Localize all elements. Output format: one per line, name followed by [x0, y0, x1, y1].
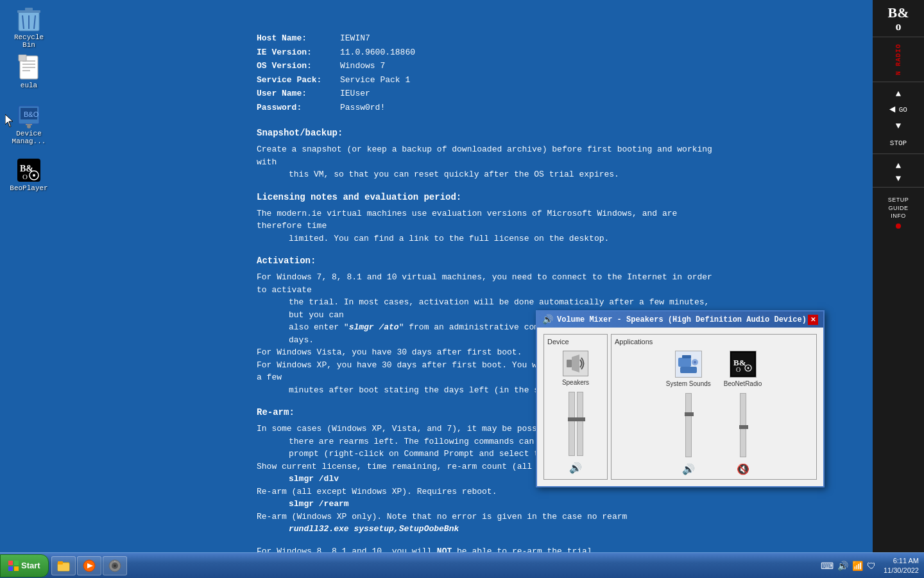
svg-point-47	[114, 561, 116, 562]
left-arrow-button[interactable]: ◄	[889, 104, 896, 116]
svg-point-46	[114, 565, 116, 567]
taskbar-file-explorer[interactable]	[51, 556, 76, 575]
tray-volume-icon[interactable]: 🔊	[837, 561, 848, 571]
system-info-table: Host Name: IEWIN7 IE Version: 11.0.9600.…	[257, 32, 712, 114]
speakers-mute-icon[interactable]: 🔊	[569, 462, 582, 475]
device-channels: Speakers 🔊	[547, 351, 604, 475]
svg-point-21	[33, 174, 35, 177]
desktop: Recycle Bin eula B&O Device Mana	[0, 0, 924, 552]
eula-icon[interactable]: eula	[6, 55, 51, 89]
svg-rect-11	[19, 55, 26, 61]
beoplayer-icon[interactable]: B& O BeoPlayer	[6, 157, 51, 192]
snapshot-body: Create a snapshot (or keep a backup of d…	[257, 143, 712, 181]
tray-network-icon[interactable]: 📶	[852, 561, 863, 571]
os-version-row: OS Version: Windows 7	[257, 60, 712, 73]
os-version-label: OS Version:	[257, 60, 340, 73]
system-sounds-name: System Sounds	[666, 380, 711, 387]
host-name-row: Host Name: IEWIN7	[257, 32, 712, 45]
taskbar-media-player[interactable]	[77, 556, 101, 575]
service-pack-value: Service Pack 1	[340, 74, 410, 87]
svg-rect-15	[26, 124, 32, 125]
bo-logo: B& o	[888, 5, 909, 33]
clock-date: 11/30/2022	[884, 566, 919, 575]
svg-text:O: O	[736, 366, 740, 373]
applications-section-title: Applications	[615, 338, 813, 346]
svg-rect-25	[678, 358, 691, 367]
recycle-bin-icon[interactable]: Recycle Bin	[6, 6, 51, 49]
ie-version-label: IE Version:	[257, 46, 340, 59]
start-button[interactable]: Start	[0, 554, 49, 577]
password-row: Password: Passw0rd!	[257, 101, 712, 114]
system-sounds-mute-icon[interactable]: 🔊	[682, 463, 695, 476]
down-arrow-2-button[interactable]: ▼	[896, 173, 901, 184]
taskbar-items	[51, 556, 816, 575]
svg-rect-38	[14, 566, 19, 571]
ie-version-row: IE Version: 11.0.9600.18860	[257, 46, 712, 59]
svg-rect-2	[25, 8, 33, 11]
up-arrow-2-button[interactable]: ▲	[896, 161, 901, 171]
bo-panel: B& o N RADIO ▲ ◄ GO ▼ STOP ▲ ▼ SETUPGUID…	[873, 0, 924, 578]
down-arrow-button[interactable]: ▼	[896, 121, 901, 131]
activation-title: Activation:	[257, 254, 712, 268]
licensing-title: Licensing notes and evaluation period:	[257, 191, 712, 204]
speakers-icon	[563, 351, 588, 376]
n-radio-label: N RADIO	[895, 44, 902, 75]
service-pack-row: Service Pack: Service Pack 1	[257, 74, 712, 87]
system-sounds-icon	[675, 351, 702, 378]
password-label: Password:	[257, 101, 340, 114]
clock-time: 6:11 AM	[884, 556, 919, 565]
svg-text:O: O	[22, 173, 28, 180]
beonetradio-channel: B& O BeoNetRadio 🔇	[724, 351, 762, 476]
setup-guide-info-button[interactable]: SETUPGUIDEINFO	[888, 196, 909, 220]
beonetradio-icon: B& O	[730, 351, 757, 378]
device-section-title: Device	[547, 338, 604, 346]
os-version-value: Windows 7	[340, 60, 385, 73]
device-manager-label: Device Manag...	[6, 130, 51, 145]
host-name-value: IEWIN7	[340, 32, 370, 45]
svg-point-29	[694, 361, 696, 363]
go-button[interactable]: GO	[899, 106, 907, 114]
svg-rect-23	[567, 360, 572, 367]
bo-separator-3	[873, 153, 924, 154]
beonetradio-name: BeoNetRadio	[724, 380, 762, 387]
bo-separator-2	[873, 82, 924, 82]
user-name-value: IEUser	[340, 87, 370, 100]
beoplayer-label: BeoPlayer	[10, 184, 47, 192]
licensing-section: Licensing notes and evaluation period: T…	[257, 191, 712, 245]
speakers-channel: Speakers 🔊	[562, 351, 589, 475]
taskbar-audio[interactable]	[103, 556, 127, 575]
windows-logo-icon	[8, 561, 19, 571]
speakers-name: Speakers	[562, 379, 589, 386]
stop-button[interactable]: STOP	[890, 139, 907, 147]
tray-keyboard-icon[interactable]: ⌨	[821, 561, 834, 571]
volume-mixer-titlebar: 🔊 Volume Mixer - Speakers (High Definiti…	[537, 311, 823, 328]
tray-security-icon[interactable]: 🛡	[867, 561, 876, 571]
service-pack-label: Service Pack:	[257, 74, 340, 87]
app-channels: System Sounds 🔊 B&	[615, 351, 813, 476]
recycle-bin-label: Recycle Bin	[6, 33, 51, 49]
bo-separator-4	[873, 187, 924, 188]
licensing-body: The modern.ie virtual machines use evalu…	[257, 207, 712, 245]
volume-mixer-dialog: 🔊 Volume Mixer - Speakers (High Definiti…	[536, 310, 825, 487]
beonetradio-mute-icon[interactable]: 🔇	[737, 463, 749, 476]
taskbar: Start ⌨ 🔊	[0, 552, 924, 578]
snapshot-section: Snapshot/backup: Create a snapshot (or k…	[257, 127, 712, 181]
eula-label: eula	[21, 82, 37, 89]
bo-separator-1	[873, 37, 924, 37]
svg-rect-41	[58, 561, 63, 565]
device-manager-icon[interactable]: B&O Device Manag...	[6, 103, 51, 145]
svg-marker-24	[572, 355, 579, 372]
volume-mixer-close-button[interactable]: ✕	[808, 315, 818, 325]
ie-version-value: 11.0.9600.18860	[340, 46, 415, 59]
svg-rect-37	[8, 566, 13, 571]
svg-marker-22	[5, 114, 13, 127]
up-arrow-button[interactable]: ▲	[896, 89, 901, 99]
svg-rect-40	[58, 564, 69, 571]
volume-mixer-body: Device Speakers	[537, 328, 823, 486]
clock: 6:11 AM 11/30/2022	[884, 556, 919, 575]
applications-section: Applications Sys	[611, 334, 817, 480]
volume-mixer-title: Volume Mixer - Speakers (High Definition…	[557, 315, 807, 324]
svg-rect-27	[680, 367, 697, 373]
svg-rect-26	[682, 355, 691, 358]
svg-point-34	[747, 367, 749, 369]
